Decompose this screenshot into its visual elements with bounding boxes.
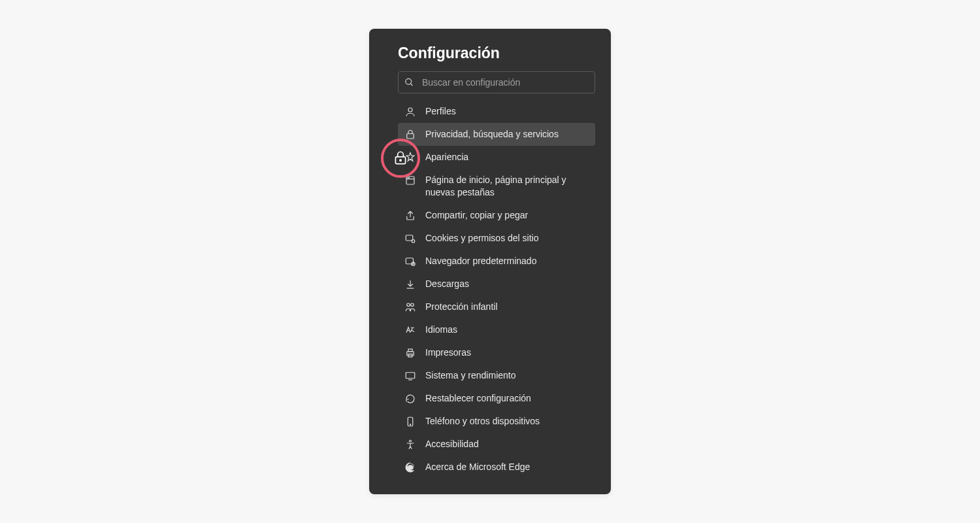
menu-item-privacy[interactable]: Privacidad, búsqueda y servicios <box>398 123 595 146</box>
system-icon <box>404 370 416 382</box>
menu-item-profiles[interactable]: Perfiles <box>398 100 595 123</box>
languages-icon <box>404 324 416 336</box>
reset-icon <box>404 393 416 405</box>
menu-item-default-browser[interactable]: Navegador predeterminado <box>398 250 595 273</box>
menu-item-share[interactable]: Compartir, copiar y pegar <box>398 204 595 227</box>
menu-label: Idiomas <box>425 324 589 336</box>
menu-item-downloads[interactable]: Descargas <box>398 273 595 295</box>
menu-label: Protección infantil <box>425 301 589 313</box>
menu-label: Cookies y permisos del sitio <box>425 232 589 245</box>
svg-point-6 <box>408 178 408 178</box>
profile-icon <box>404 106 416 118</box>
edge-icon <box>404 462 416 473</box>
printer-icon <box>404 347 416 359</box>
menu-item-accessibility[interactable]: Accesibilidad <box>398 433 595 456</box>
menu-item-family[interactable]: Protección infantil <box>398 295 595 318</box>
menu-label: Restablecer configuración <box>425 392 589 405</box>
svg-rect-8 <box>406 235 413 241</box>
menu-item-printers[interactable]: Impresoras <box>398 341 595 364</box>
svg-rect-15 <box>407 352 414 356</box>
family-icon <box>404 301 416 313</box>
home-page-icon <box>404 175 416 186</box>
svg-line-1 <box>410 84 412 86</box>
accessibility-icon <box>404 439 416 450</box>
search-wrapper <box>398 71 595 93</box>
share-icon <box>404 210 416 222</box>
menu-label: Impresoras <box>425 346 589 359</box>
svg-point-7 <box>409 178 410 178</box>
menu-item-cookies[interactable]: Cookies y permisos del sitio <box>398 227 595 250</box>
menu-label: Compartir, copiar y pegar <box>425 209 589 222</box>
menu-item-phone[interactable]: Teléfono y otros dispositivos <box>398 410 595 433</box>
menu-item-appearance[interactable]: Apariencia <box>398 146 595 169</box>
phone-icon <box>404 416 416 428</box>
svg-point-13 <box>407 303 410 307</box>
menu-label: Teléfono y otros dispositivos <box>425 415 589 428</box>
svg-point-2 <box>408 108 412 112</box>
svg-point-9 <box>412 239 415 243</box>
appearance-icon <box>404 152 416 163</box>
menu-label: Acerca de Microsoft Edge <box>425 461 589 473</box>
menu-label: Sistema y rendimiento <box>425 369 589 382</box>
menu-label: Apariencia <box>425 151 589 163</box>
menu-item-languages[interactable]: Idiomas <box>398 318 595 341</box>
menu-label: Descargas <box>425 278 589 290</box>
settings-panel: Configuración Perfiles <box>369 29 611 494</box>
default-browser-icon <box>404 256 416 267</box>
menu-item-home-page[interactable]: Página de inicio, página principal y nue… <box>398 169 595 204</box>
svg-point-22 <box>410 440 412 442</box>
svg-point-21 <box>410 424 410 425</box>
menu-label: Privacidad, búsqueda y servicios <box>425 128 589 141</box>
panel-title: Configuración <box>369 44 611 71</box>
svg-point-14 <box>411 303 414 307</box>
settings-menu: Perfiles Privacidad, búsqueda y servicio… <box>369 100 611 479</box>
svg-rect-18 <box>406 373 415 379</box>
menu-label: Página de inicio, página principal y nue… <box>425 174 589 199</box>
menu-label: Accesibilidad <box>425 438 589 450</box>
svg-rect-16 <box>408 349 412 352</box>
download-icon <box>404 278 416 290</box>
search-input[interactable] <box>398 71 595 93</box>
menu-item-about-edge[interactable]: Acerca de Microsoft Edge <box>398 456 595 479</box>
menu-label: Navegador predeterminado <box>425 255 589 267</box>
menu-item-reset[interactable]: Restablecer configuración <box>398 387 595 410</box>
svg-rect-3 <box>407 134 414 139</box>
search-icon <box>404 78 414 88</box>
menu-item-system[interactable]: Sistema y rendimiento <box>398 364 595 387</box>
menu-label: Perfiles <box>425 105 589 118</box>
lock-icon <box>404 129 416 141</box>
svg-point-0 <box>406 78 412 84</box>
cookies-icon <box>404 233 416 245</box>
